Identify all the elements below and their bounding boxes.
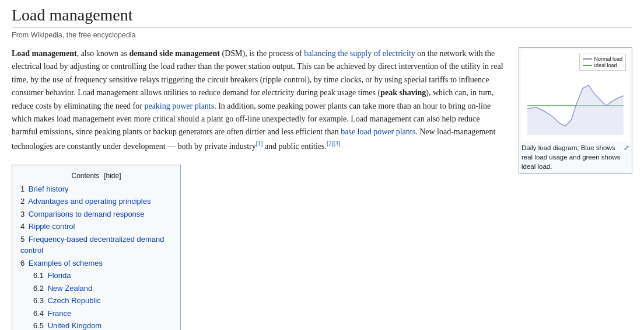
expand-icon[interactable]: ⤢ bbox=[624, 143, 629, 153]
toc-link-florida[interactable]: Florida bbox=[48, 271, 71, 280]
legend-label-normal: Normal load bbox=[594, 56, 622, 62]
toc-item-3: 3 Comparisons to demand response bbox=[20, 209, 172, 220]
chart-legend: Normal load Ideal load bbox=[579, 54, 626, 71]
toc-num-6-5: 6.5 bbox=[33, 321, 44, 330]
toc-num-3: 3 bbox=[20, 210, 24, 218]
toc-hide-link[interactable]: [hide] bbox=[104, 172, 121, 180]
sup-3[interactable]: [3] bbox=[334, 140, 341, 147]
page-title: Load management bbox=[12, 6, 632, 27]
toc-link-advantages[interactable]: Advantages and operating principles bbox=[28, 197, 150, 206]
toc-item-1: 1 Brief history bbox=[20, 183, 172, 195]
toc-link-frequency[interactable]: Frequency-based decentralized demand con… bbox=[20, 235, 164, 255]
bold-load-management: Load management bbox=[12, 49, 77, 58]
bold-dsm: demand side management bbox=[129, 49, 220, 58]
sup-1[interactable]: [1] bbox=[256, 140, 263, 147]
toc-box: Contents [hide] 1 Brief history 2 Advant… bbox=[12, 165, 181, 330]
toc-title-text: Contents bbox=[71, 172, 99, 180]
toc-link-examples[interactable]: Examples of schemes bbox=[29, 259, 103, 268]
legend-label-ideal: Ideal load bbox=[594, 62, 617, 68]
toc-link-france[interactable]: France bbox=[48, 309, 71, 318]
text-public: and public entities. bbox=[262, 141, 327, 150]
text-area: Load management, also known as demand si… bbox=[12, 47, 507, 330]
toc-num-5: 5 bbox=[20, 235, 24, 244]
toc-link-new-zealand[interactable]: New Zealand bbox=[48, 284, 93, 293]
chart-area: Normal load Ideal load bbox=[522, 50, 629, 141]
toc-link-czech[interactable]: Czech Republic bbox=[48, 296, 101, 305]
toc-item-6-4: 6.4 France bbox=[33, 308, 172, 319]
toc-item-6-1: 6.1 Florida bbox=[33, 270, 172, 282]
toc-item-6-2: 6.2 New Zealand bbox=[33, 283, 172, 294]
toc-link-ripple[interactable]: Ripple control bbox=[29, 222, 75, 231]
image-box: Normal load Ideal load Daily load diagra… bbox=[519, 47, 632, 174]
text-also-known: , also known as bbox=[77, 49, 130, 58]
toc-num-6-4: 6.4 bbox=[33, 309, 44, 318]
toc-link-uk[interactable]: United Kingdom bbox=[48, 321, 102, 330]
link-balancing[interactable]: balancing the supply of electricity bbox=[304, 49, 415, 58]
article-intro: Load management, also known as demand si… bbox=[12, 47, 507, 153]
toc-list: 1 Brief history 2 Advantages and operati… bbox=[20, 183, 172, 330]
bold-peak-shaving: peak shaving bbox=[380, 88, 426, 97]
toc-sublist: 6.1 Florida 6.2 New Zealand 6.3 Czech Re… bbox=[20, 270, 172, 330]
legend-color-ideal bbox=[583, 65, 592, 66]
legend-color-normal bbox=[583, 58, 592, 60]
toc-item-6: 6 Examples of schemes bbox=[20, 258, 172, 269]
toc-item-6-5: 6.5 United Kingdom bbox=[33, 320, 172, 330]
toc-num-6-2: 6.2 bbox=[33, 284, 44, 293]
toc-num-6-3: 6.3 bbox=[33, 296, 44, 305]
toc-link-comparisons[interactable]: Comparisons to demand response bbox=[29, 210, 145, 218]
link-peaking[interactable]: peaking power plants bbox=[144, 102, 214, 110]
page-subtitle: From Wikipedia, the free encyclopedia bbox=[12, 31, 632, 39]
toc-num-2: 2 bbox=[20, 197, 24, 206]
legend-item-ideal: Ideal load bbox=[583, 62, 622, 68]
toc-item-5: 5 Frequency-based decentralized demand c… bbox=[20, 234, 172, 256]
toc-num-6-1: 6.1 bbox=[33, 271, 44, 280]
toc-link-brief-history[interactable]: Brief history bbox=[29, 185, 69, 193]
toc-num-1: 1 bbox=[20, 185, 24, 193]
toc-item-2: 2 Advantages and operating principles bbox=[20, 196, 172, 207]
text-process: , is the process of bbox=[245, 49, 304, 58]
link-base-load[interactable]: base load power plants bbox=[341, 127, 415, 136]
legend-item-normal: Normal load bbox=[583, 56, 622, 62]
toc-title: Contents [hide] bbox=[20, 171, 172, 180]
toc-num-6: 6 bbox=[20, 259, 24, 268]
dsm-abbr: (DSM) bbox=[220, 49, 245, 58]
chart-caption-text: Daily load diagram; Blue shows real load… bbox=[522, 143, 621, 171]
toc-num-4: 4 bbox=[20, 222, 24, 231]
toc-item-6-3: 6.3 Czech Republic bbox=[33, 295, 172, 307]
toc-item-4: 4 Ripple control bbox=[20, 221, 172, 232]
main-content: Load management, also known as demand si… bbox=[12, 47, 632, 330]
chart-caption: Daily load diagram; Blue shows real load… bbox=[522, 143, 629, 171]
sup-2[interactable]: [2] bbox=[327, 140, 334, 147]
